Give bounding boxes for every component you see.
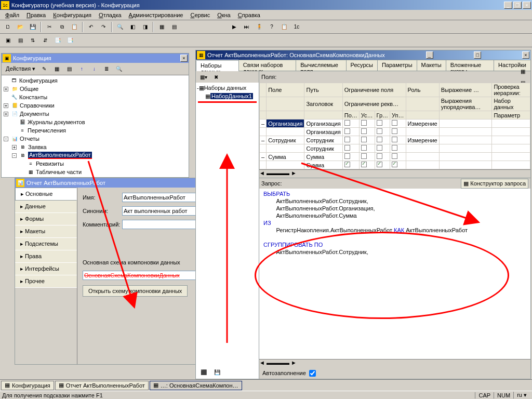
fields-tool-a[interactable]: ▦ [517,65,528,77]
expand-icon[interactable]: + [12,145,17,150]
mdi-tab-2[interactable]: ▦…: ОсновнаяСхемаКомпон… [150,381,242,390]
schema-tab-2[interactable]: Вычисляемые поля [296,60,346,71]
tool-f[interactable]: 1c [291,21,302,33]
schema-tab-4[interactable]: Параметры [377,60,417,71]
undo-button[interactable]: ↶ [85,21,97,33]
tree-item[interactable]: +📒Справочники [3,101,188,110]
tool2-c[interactable]: ⇅ [27,35,38,46]
report-tab-0[interactable]: ▸ Основные [15,188,77,201]
actions-label[interactable]: Действия ▾ [4,65,37,72]
cfg-tool-dn[interactable]: ↓ [88,63,100,75]
tool-d[interactable]: ▤ [168,21,180,33]
ds-root[interactable]: -▦Наборы данных [197,84,258,92]
maximize-button[interactable]: ❐ [513,2,522,9]
tree-item[interactable]: +🗎Заявка [3,143,188,151]
cut-button[interactable]: ✂ [44,21,55,33]
tool-e[interactable]: 📋 [278,21,290,33]
report-tab-1[interactable]: ▸ Данные [15,201,77,213]
menu-Правка[interactable]: Правка [23,11,49,19]
menu-Отладка[interactable]: Отладка [96,11,125,19]
paste-button[interactable]: 📋 [69,21,80,33]
ds-tool-b[interactable]: 💾 [211,366,223,378]
menu-Справка[interactable]: Справка [235,11,263,19]
status-lang[interactable]: ru ▾ [513,392,530,398]
help-button[interactable]: ? [266,21,277,33]
schema-tab-1[interactable]: Связи наборов данных [238,60,296,71]
ds-del-button[interactable]: ✖ [210,71,222,83]
debug-start[interactable]: ▶ [229,21,240,33]
new-button[interactable]: 🗋 [2,21,14,33]
grid-row[interactable]: –СуммаСумма [260,153,530,161]
tool-b[interactable]: ◨ [139,21,151,33]
schema-tab-6[interactable]: Вложенные схемы [446,60,494,71]
ds-item[interactable]: ▦НаборДанных1 [197,92,258,100]
schema-tab-3[interactable]: Ресурсы [346,60,378,71]
menu-Окна[interactable]: Окна [214,11,234,19]
mdi-tab-0[interactable]: ▦Конфигурация [1,381,54,390]
ds-add-button[interactable]: ▦▾ [198,71,209,83]
schema-close[interactable]: × [522,51,529,59]
tree-item[interactable]: ≡Перечисления [3,126,188,135]
hscroll[interactable]: ◄ ▬▬▬▬ ► [259,169,530,178]
expand-icon[interactable]: - [4,137,8,141]
menu-Сервис[interactable]: Сервис [187,11,213,19]
close-button[interactable]: × [523,2,531,9]
menu-Конфигурация[interactable]: Конфигурация [50,11,95,19]
mdi-tab-1[interactable]: ▦Отчет АктВыполненныхРабот [55,381,149,390]
find-button[interactable]: 🔍 [114,21,126,33]
tree-item[interactable]: -📊Отчеты [3,135,188,143]
tool2-f[interactable]: 📑 [64,35,76,46]
tool2-e[interactable]: 📑 [52,35,63,46]
open-schema-button[interactable]: Открыть схему компоновки данных [83,285,188,297]
grid-row[interactable]: Сотрудник [260,144,530,153]
expand-icon[interactable]: + [4,87,8,91]
tree-item[interactable]: +📄Документы [3,110,188,118]
grid-row[interactable]: –ОрганизацияОрганизацияИзмерение [260,119,530,128]
schema-window-title[interactable]: ▦ Отчет АктВыполненныхРабот: ОсновнаяСхе… [196,50,530,60]
config-window-title[interactable]: ▣ Конфигурация × [2,54,189,63]
expand-icon[interactable]: + [4,103,8,108]
schema-tab-5[interactable]: Макеты [417,60,446,71]
tree-item[interactable]: ▦Табличные части [3,168,188,176]
config-close[interactable]: × [180,55,188,62]
fields-grid[interactable]: Поле Путь Ограничение поля Роль Выражени… [259,83,530,169]
copy-button[interactable]: ⧉ [56,21,68,33]
query-hscroll[interactable]: ◄ ▬▬▬▬ ► [259,359,530,367]
tree-item[interactable]: 📓Журналы документов [3,118,188,126]
debug-step[interactable]: ⏭ [241,21,252,33]
cfg-tool-b[interactable]: ▦ [51,63,62,75]
menu-Администрирование[interactable]: Администрирование [126,11,187,19]
tree-item[interactable]: 🔧Константы [3,93,188,101]
debug-x[interactable]: 🧍 [254,21,265,33]
schema-tab-0[interactable]: Наборы данных [196,60,239,71]
schema-min[interactable]: _ [426,51,433,59]
ds-tool-a[interactable]: ⬛ [198,366,209,378]
tool-c[interactable]: ▦ [156,21,167,33]
report-tab-5[interactable]: ▸ Права [15,250,77,263]
report-tab-2[interactable]: ▸ Формы [15,213,77,225]
report-tab-4[interactable]: ▸ Подсистемы [15,238,77,250]
autofill-checkbox[interactable] [309,370,316,377]
cfg-tool-e[interactable]: 🔍 [113,63,125,75]
query-text[interactable]: ВЫБРАТЬ АктВыполненныхРабот.Сотрудник, А… [259,189,530,359]
tree-item[interactable]: ≡Реквизиты [3,159,188,168]
tool2-a[interactable]: ▣ [2,35,14,46]
config-tree[interactable]: 🗔Конфигурация+📁Общие🔧Константы+📒Справочн… [2,75,189,176]
cfg-tool-d[interactable]: ≣ [101,63,112,75]
grid-row[interactable]: Сумма [260,161,530,169]
tool2-b[interactable]: ▤ [15,35,26,46]
cfg-tool-up[interactable]: ↑ [76,63,87,75]
tree-item[interactable]: 🗔Конфигурация [3,76,188,85]
tree-item[interactable]: +📁Общие [3,85,188,93]
tool-a[interactable]: ◧ [127,21,138,33]
tree-item[interactable]: -🗎АктВыполненныхРабот [3,151,188,159]
query-builder-button[interactable]: ▦Конструктор запроса [461,179,528,189]
schema-max[interactable]: □ [474,51,481,59]
grid-row[interactable]: Организация [260,128,530,136]
expand-icon[interactable]: - [12,153,17,158]
expand-icon[interactable]: + [4,112,8,116]
minimize-button[interactable]: _ [504,2,512,9]
menu-Файл[interactable]: Файл [2,11,22,19]
open-button[interactable]: 📂 [15,21,26,33]
report-tab-3[interactable]: ▸ Макеты [15,225,77,238]
